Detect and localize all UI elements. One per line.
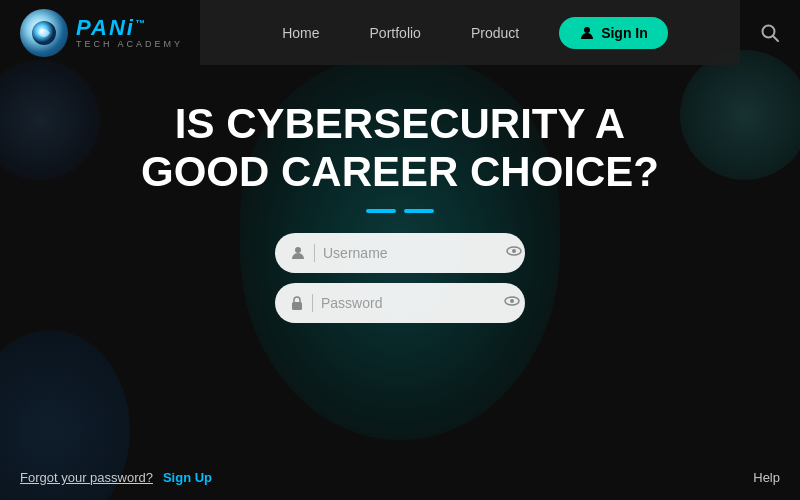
nav-item-portfolio[interactable]: Portfolio: [360, 20, 431, 46]
username-field-wrapper: [275, 233, 525, 273]
hero-title: IS CYBERSECURITY A GOOD CAREER CHOICE?: [141, 100, 659, 197]
nav-item-product[interactable]: Product: [461, 20, 529, 46]
input-divider-password: [312, 294, 313, 312]
search-icon: [760, 23, 780, 43]
logo-area: PANi™ TECH ACADEMY: [0, 9, 200, 57]
password-toggle-username[interactable]: [506, 243, 522, 263]
login-form: [275, 233, 525, 323]
password-field-wrapper: [275, 283, 525, 323]
brand-sub: TECH ACADEMY: [76, 39, 183, 49]
svg-point-4: [295, 247, 301, 253]
main-content: IS CYBERSECURITY A GOOD CAREER CHOICE?: [0, 100, 800, 323]
password-toggle[interactable]: [504, 293, 520, 313]
username-icon: [290, 245, 306, 261]
dash-left: [366, 209, 396, 213]
svg-point-1: [584, 27, 590, 33]
footer: Forgot your password? Sign Up Help: [0, 455, 800, 500]
person-icon: [579, 25, 595, 41]
forgot-password-link[interactable]: Forgot your password?: [20, 470, 153, 485]
search-button[interactable]: [740, 23, 800, 43]
brand-name: PANi™: [76, 17, 183, 39]
lock-icon: [290, 295, 304, 311]
svg-line-3: [773, 36, 778, 41]
eye-icon-password: [504, 293, 520, 309]
svg-point-9: [510, 299, 514, 303]
dash-right: [404, 209, 434, 213]
username-input[interactable]: [323, 245, 498, 261]
input-divider-username: [314, 244, 315, 262]
signin-button[interactable]: Sign In: [559, 17, 668, 49]
svg-point-6: [512, 249, 516, 253]
password-input[interactable]: [321, 295, 496, 311]
logo-icon: [20, 9, 68, 57]
signup-link[interactable]: Sign Up: [163, 470, 212, 485]
svg-rect-7: [292, 302, 302, 310]
logo-text: PANi™ TECH ACADEMY: [76, 17, 183, 49]
title-decoration: [366, 209, 434, 213]
help-link[interactable]: Help: [753, 470, 780, 485]
navbar: PANi™ TECH ACADEMY Home Portfolio Produc…: [0, 0, 800, 65]
nav-menu: Home Portfolio Product Sign In: [200, 0, 740, 65]
nav-item-home[interactable]: Home: [272, 20, 329, 46]
eye-icon-username: [506, 243, 522, 259]
